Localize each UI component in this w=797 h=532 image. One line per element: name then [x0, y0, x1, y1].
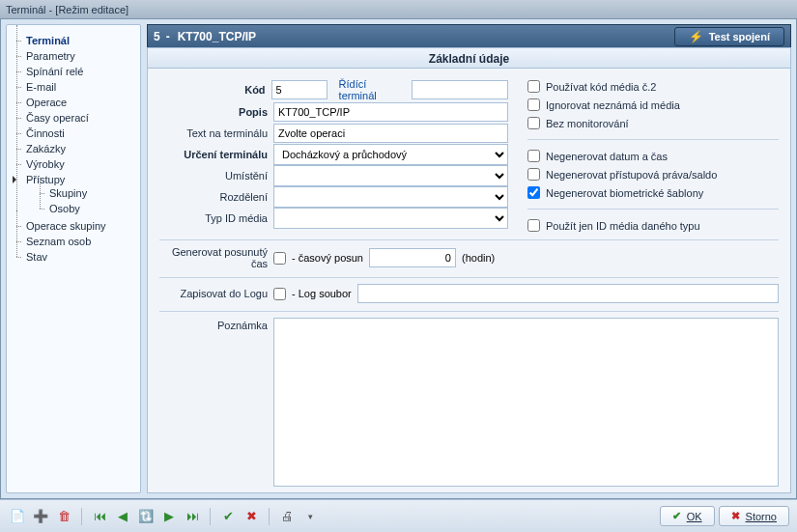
typid-label: Typ ID média [159, 212, 268, 224]
check-icon: ✔ [672, 510, 681, 522]
button-bar: 📄 ➕ 🗑 ⏮ ◀ 🔃 ▶ ⏭ ✔ ✖ 🖨 ▾ ✔ OK ✖ Storno [0, 499, 797, 532]
commit-icon[interactable]: ✔ [218, 507, 238, 526]
close-icon: ✖ [731, 510, 740, 522]
text-terminal-label: Text na terminálu [159, 127, 268, 139]
sidebar-item-seznam-osob[interactable]: Seznam osob [13, 234, 136, 249]
header-sep: - [166, 30, 170, 43]
sidebar-item-osoby[interactable]: Osoby [26, 201, 136, 216]
gen-unit: (hodin) [462, 252, 495, 264]
check-pouzit-jen-id[interactable]: Použít jen ID média daného typu [527, 219, 779, 232]
sidebar-item-operace[interactable]: Operace [13, 95, 136, 110]
log-file-input[interactable] [357, 284, 779, 303]
note-label: Poznámka [159, 318, 268, 331]
urceni-label: Určení terminálu [159, 149, 268, 160]
gen-checkbox[interactable] [273, 252, 286, 265]
check-bez-monitorovani[interactable]: Bez monitorování [527, 117, 779, 129]
bolt-icon: ⚡ [689, 30, 703, 43]
sidebar-item-cinnosti[interactable]: Činnosti [13, 126, 136, 141]
sidebar-item-operace-skupiny[interactable]: Operace skupiny [13, 218, 136, 234]
urceni-select[interactable]: Docházkový a průchodový [273, 144, 508, 165]
sidebar-item-parametry[interactable]: Parametry [13, 48, 136, 64]
form-area: Kód Řídící terminál Popis Text na termin… [147, 69, 791, 493]
gen-sublabel: - časový posun [292, 252, 363, 264]
test-connection-button[interactable]: ⚡ Test spojení [674, 27, 784, 46]
header-bar: 5 - KT700_TCP/IP ⚡ Test spojení [147, 24, 791, 47]
popis-label: Popis [159, 106, 268, 118]
workspace: Terminál Parametry Spínání relé E-mail O… [0, 19, 797, 499]
add-icon[interactable]: ➕ [31, 507, 50, 526]
rozdeleni-label: Rozdělení [159, 191, 268, 203]
check-pouzivat-kod-media[interactable]: Používat kód média č.2 [527, 80, 779, 93]
rozdeleni-select[interactable] [273, 186, 508, 208]
check-ignorovat-neznama[interactable]: Ignorovat neznámá id média [527, 98, 779, 111]
delete-icon[interactable]: 🗑 [54, 507, 73, 526]
log-label: Zapisovat do Logu [159, 288, 268, 299]
storno-button[interactable]: ✖ Storno [719, 506, 789, 526]
main-panel: 5 - KT700_TCP/IP ⚡ Test spojení Základní… [147, 24, 791, 493]
log-sublabel: - Log soubor [292, 288, 352, 299]
sidebar-item-casy-operaci[interactable]: Časy operací [13, 110, 136, 126]
window-titlebar: Terminál - [Režim editace] [0, 0, 797, 19]
sidebar-item-zakazky[interactable]: Zakázky [13, 141, 136, 156]
check-negenerovat-pristup[interactable]: Negenerovat přístupová práva/saldo [527, 168, 779, 181]
sidebar-item-spinani-rele[interactable]: Spínání relé [13, 64, 136, 79]
separator [269, 508, 270, 525]
note-textarea[interactable] [273, 318, 779, 487]
log-checkbox[interactable] [273, 288, 286, 300]
sidebar-item-email[interactable]: E-mail [13, 79, 136, 95]
umisteni-select[interactable] [273, 165, 508, 186]
new-icon[interactable]: 📄 [8, 507, 27, 526]
window-title: Terminál - [Režim editace] [6, 4, 128, 15]
text-terminal-input[interactable] [273, 124, 508, 143]
gen-value-input[interactable] [369, 248, 456, 267]
refresh-icon[interactable]: 🔃 [136, 507, 156, 526]
typid-select[interactable] [273, 208, 508, 229]
sidebar-item-vyrobky[interactable]: Výrobky [13, 156, 136, 172]
ok-button[interactable]: ✔ OK [660, 506, 715, 526]
separator [81, 508, 82, 525]
header-name: KT700_TCP/IP [178, 30, 256, 43]
check-negenerovat-biometricke[interactable]: Negenerovat biometrické šablony [527, 186, 779, 199]
separator [210, 508, 211, 525]
sidebar-item-skupiny[interactable]: Skupiny [26, 185, 136, 201]
popis-input[interactable] [273, 102, 508, 122]
prev-icon[interactable]: ◀ [113, 507, 132, 526]
ridici-terminal-input[interactable] [412, 80, 508, 99]
kod-label: Kód [159, 84, 266, 96]
section-title: Základní údaje [147, 47, 791, 69]
check-negenerovat-datum[interactable]: Negenerovat datum a čas [527, 150, 779, 162]
options-panel: Používat kód média č.2 Ignorovat neznámá… [527, 78, 779, 232]
gen-label: Generovat posunutý čas [159, 246, 268, 269]
sidebar-item-terminal[interactable]: Terminál [13, 33, 136, 48]
umisteni-label: Umístění [159, 170, 268, 182]
first-icon[interactable]: ⏮ [90, 507, 109, 526]
print-dropdown-icon[interactable]: ▾ [300, 507, 320, 526]
kod-input[interactable] [271, 80, 327, 99]
last-icon[interactable]: ⏭ [183, 507, 202, 526]
next-icon[interactable]: ▶ [159, 507, 179, 526]
print-icon[interactable]: 🖨 [277, 507, 297, 526]
header-id: 5 [154, 30, 160, 43]
ridici-terminal-link[interactable]: Řídící terminál [339, 78, 406, 101]
sidebar-tree: Terminál Parametry Spínání relé E-mail O… [6, 24, 141, 493]
sidebar-item-pristupy[interactable]: Přístupy Skupiny Osoby [13, 172, 136, 218]
cancel-icon[interactable]: ✖ [242, 507, 261, 526]
sidebar-item-stav[interactable]: Stav [13, 249, 136, 265]
